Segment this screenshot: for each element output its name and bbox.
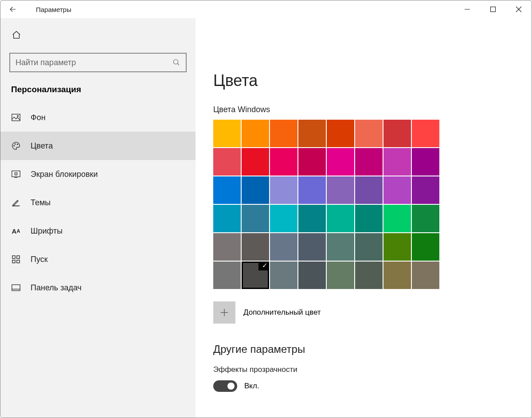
color-swatch[interactable] xyxy=(412,205,439,232)
color-swatch[interactable] xyxy=(270,120,297,147)
sidebar-item-lockscreen[interactable]: Экран блокировки xyxy=(0,160,196,188)
color-swatch[interactable] xyxy=(298,176,326,204)
color-swatch[interactable] xyxy=(270,233,297,261)
color-swatch[interactable] xyxy=(327,176,354,204)
color-swatch[interactable] xyxy=(412,120,439,147)
color-swatch[interactable] xyxy=(270,262,297,289)
color-swatch[interactable] xyxy=(298,233,326,261)
color-swatch[interactable] xyxy=(213,148,241,176)
sidebar-item-themes[interactable]: Темы xyxy=(0,188,196,217)
svg-line-5 xyxy=(177,63,179,65)
color-swatch[interactable] xyxy=(355,176,383,204)
fonts-icon: AA xyxy=(11,227,21,235)
color-swatch[interactable] xyxy=(327,148,354,176)
svg-point-7 xyxy=(17,115,19,117)
category-title: Персонализация xyxy=(0,80,196,103)
lockscreen-icon xyxy=(11,170,21,178)
svg-point-4 xyxy=(173,59,178,64)
color-swatch[interactable] xyxy=(270,148,297,176)
color-swatch[interactable] xyxy=(213,120,241,147)
sidebar-item-fonts[interactable]: AA Шрифты xyxy=(0,217,196,245)
nav-list: Фон Цвета Экран блокировки xyxy=(0,103,196,302)
color-swatch[interactable] xyxy=(298,205,326,232)
color-swatch[interactable] xyxy=(383,176,411,204)
color-swatch[interactable] xyxy=(327,205,354,232)
color-swatch[interactable] xyxy=(355,120,383,147)
color-swatch[interactable] xyxy=(242,120,269,147)
color-swatch[interactable] xyxy=(213,262,241,289)
color-swatch[interactable] xyxy=(383,262,411,289)
color-swatch[interactable] xyxy=(327,262,354,289)
minimize-button[interactable] xyxy=(454,0,480,18)
titlebar: Параметры xyxy=(0,0,532,18)
custom-color-button[interactable]: Дополнительный цвет xyxy=(213,301,321,324)
svg-rect-6 xyxy=(12,114,20,121)
sidebar-item-label: Панель задач xyxy=(31,283,82,293)
color-swatch[interactable] xyxy=(355,233,383,261)
sidebar-item-label: Темы xyxy=(31,198,51,207)
color-swatch[interactable] xyxy=(383,148,411,176)
sidebar: Персонализация Фон Цвета xyxy=(0,18,196,418)
svg-rect-18 xyxy=(17,260,20,263)
color-swatch[interactable] xyxy=(298,120,326,147)
color-swatch[interactable]: ✓ xyxy=(242,262,269,289)
color-swatch[interactable] xyxy=(412,148,439,176)
color-swatch[interactable] xyxy=(213,233,241,261)
color-swatch[interactable] xyxy=(355,205,383,232)
maximize-button[interactable] xyxy=(480,0,506,18)
windows-colors-label: Цвета Windows xyxy=(213,105,532,114)
color-swatch[interactable] xyxy=(412,233,439,261)
other-params-header: Другие параметры xyxy=(213,343,532,355)
transparency-toggle[interactable] xyxy=(213,380,237,392)
settings-window: Параметры xyxy=(0,0,532,418)
color-swatch[interactable] xyxy=(242,233,269,261)
svg-point-10 xyxy=(17,144,18,145)
svg-rect-11 xyxy=(12,171,20,177)
sidebar-item-taskbar[interactable]: Панель задач xyxy=(0,273,196,302)
search-box[interactable] xyxy=(9,53,187,72)
color-swatch[interactable] xyxy=(355,262,383,289)
svg-rect-17 xyxy=(12,260,15,263)
start-icon xyxy=(11,255,21,263)
close-button[interactable] xyxy=(506,0,532,18)
picture-icon xyxy=(11,113,21,121)
color-swatch[interactable] xyxy=(270,205,297,232)
color-swatch[interactable] xyxy=(270,176,297,204)
taskbar-icon xyxy=(11,284,21,291)
check-icon: ✓ xyxy=(262,262,268,270)
plus-icon xyxy=(213,301,235,324)
content-area: Цвета Цвета Windows ✓ Дополнительный цве… xyxy=(196,18,532,418)
color-swatch[interactable] xyxy=(412,176,439,204)
sidebar-item-start[interactable]: Пуск xyxy=(0,245,196,273)
color-swatch[interactable] xyxy=(383,205,411,232)
svg-point-8 xyxy=(14,145,15,146)
sidebar-item-background[interactable]: Фон xyxy=(0,103,196,132)
color-swatch[interactable] xyxy=(412,262,439,289)
sidebar-item-label: Пуск xyxy=(31,255,48,264)
search-input[interactable] xyxy=(16,58,172,67)
color-swatch[interactable] xyxy=(327,233,354,261)
svg-point-9 xyxy=(15,144,16,145)
color-swatch[interactable] xyxy=(327,120,354,147)
color-swatch[interactable] xyxy=(242,148,269,176)
toggle-state-text: Вкл. xyxy=(244,382,259,391)
sidebar-item-label: Цвета xyxy=(31,141,53,151)
color-swatch[interactable] xyxy=(213,205,241,232)
color-swatch[interactable] xyxy=(383,233,411,261)
color-swatch[interactable] xyxy=(298,148,326,176)
svg-rect-19 xyxy=(12,285,20,290)
color-swatch[interactable] xyxy=(355,148,383,176)
color-swatch[interactable] xyxy=(242,176,269,204)
color-swatch[interactable] xyxy=(242,205,269,232)
sidebar-item-colors[interactable]: Цвета xyxy=(0,132,196,160)
home-button[interactable] xyxy=(5,23,28,47)
svg-rect-1 xyxy=(491,7,496,12)
palette-icon xyxy=(11,141,21,150)
color-swatch[interactable] xyxy=(298,262,326,289)
color-swatch[interactable] xyxy=(383,120,411,147)
back-button[interactable] xyxy=(4,0,22,18)
color-swatch[interactable] xyxy=(213,176,241,204)
svg-rect-12 xyxy=(15,173,17,175)
page-title: Цвета xyxy=(213,71,532,90)
sidebar-item-label: Шрифты xyxy=(31,227,63,236)
